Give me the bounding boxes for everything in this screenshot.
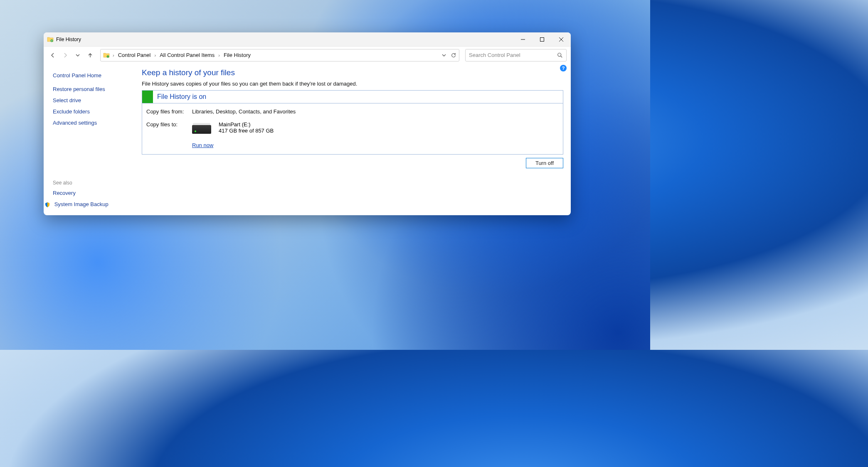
address-dropdown-icon[interactable]: [441, 53, 446, 58]
breadcrumb-sep-icon: ›: [153, 53, 157, 58]
body: Control Panel Home Restore personal file…: [44, 64, 571, 215]
sidebar-link-home[interactable]: Control Panel Home: [53, 70, 142, 81]
maximize-button[interactable]: [533, 32, 552, 47]
window-title: File History: [56, 37, 81, 42]
toolbar: › Control Panel › All Control Panel Item…: [44, 47, 571, 64]
turn-off-button[interactable]: Turn off: [526, 158, 563, 168]
back-button[interactable]: [48, 50, 58, 60]
breadcrumb-item[interactable]: File History: [223, 52, 252, 58]
file-history-window: File History: [44, 32, 571, 215]
search-icon[interactable]: [557, 52, 563, 58]
sidebar-link-advanced[interactable]: Advanced settings: [53, 117, 142, 128]
help-icon[interactable]: ?: [560, 65, 567, 71]
recent-dropdown-button[interactable]: [73, 50, 83, 60]
svg-point-2: [107, 55, 109, 58]
page-heading: Keep a history of your files: [142, 68, 563, 77]
breadcrumb-sep-icon: ›: [111, 53, 116, 58]
copy-to-label: Copy files to:: [146, 121, 192, 134]
sidebar-link-recovery[interactable]: Recovery: [53, 187, 108, 199]
sidebar-link-restore[interactable]: Restore personal files: [53, 84, 142, 95]
breadcrumb-item[interactable]: All Control Panel Items: [159, 52, 215, 58]
address-bar[interactable]: › Control Panel › All Control Panel Item…: [100, 49, 459, 61]
search-box[interactable]: [465, 49, 567, 61]
minimize-button[interactable]: [513, 32, 533, 47]
status-title: File History is on: [153, 93, 206, 101]
page-description: File History saves copies of your files …: [142, 81, 563, 87]
forward-button[interactable]: [60, 50, 70, 60]
copy-from-value: Libraries, Desktop, Contacts, and Favori…: [192, 108, 296, 115]
copy-from-label: Copy files from:: [146, 108, 192, 115]
drive-name: MainPart (E:): [219, 121, 274, 128]
sidebar: Control Panel Home Restore personal file…: [44, 64, 142, 215]
close-button[interactable]: [552, 32, 571, 47]
folder-icon: [103, 52, 110, 59]
breadcrumb-sep-icon: ›: [217, 53, 221, 58]
drive-icon: [192, 123, 211, 134]
breadcrumb-item[interactable]: Control Panel: [117, 52, 152, 58]
sidebar-link-exclude[interactable]: Exclude folders: [53, 106, 142, 117]
sidebar-link-select-drive[interactable]: Select drive: [53, 95, 142, 106]
up-button[interactable]: [85, 50, 95, 60]
status-panel: File History is on Copy files from: Libr…: [142, 90, 563, 155]
drive-space: 417 GB free of 857 GB: [219, 128, 274, 134]
refresh-icon[interactable]: [451, 52, 456, 58]
run-now-link[interactable]: Run now: [192, 142, 213, 148]
sidebar-item-label: System Image Backup: [54, 201, 108, 207]
search-input[interactable]: [469, 52, 557, 58]
folder-history-icon: [47, 36, 54, 43]
titlebar: File History: [44, 32, 571, 47]
main-content: ? Keep a history of your files File Hist…: [142, 64, 571, 215]
svg-point-3: [558, 53, 561, 56]
status-header: File History is on: [142, 91, 563, 103]
svg-rect-1: [540, 37, 544, 41]
sidebar-link-system-image-backup[interactable]: System Image Backup: [53, 199, 108, 210]
see-also-label: See also: [53, 178, 108, 187]
status-indicator-icon: [142, 91, 153, 103]
window-controls: [513, 32, 571, 47]
shield-icon: [44, 202, 50, 208]
